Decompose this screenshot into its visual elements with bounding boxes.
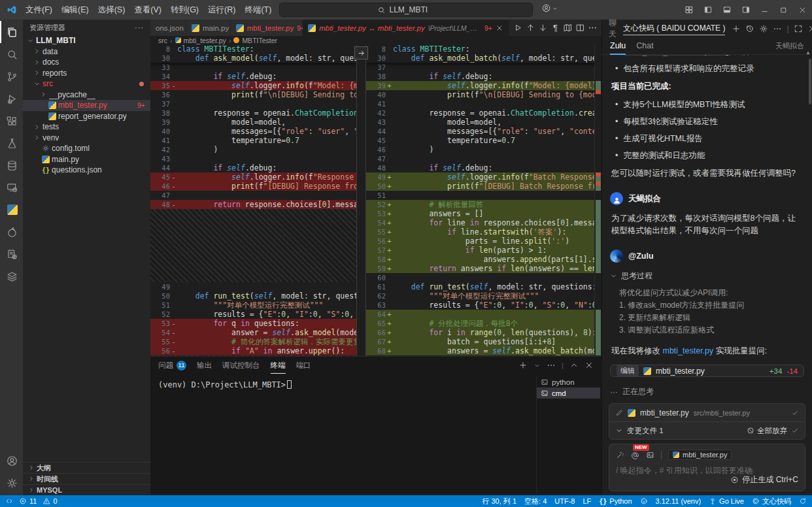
- more-icon[interactable]: [773, 24, 782, 33]
- tree-item-LLM_MBTI[interactable]: LLM_MBTI: [23, 35, 150, 46]
- terminal[interactable]: (venv) D:\Project\LLM_MBTI>: [150, 374, 601, 396]
- search-icon[interactable]: [0, 43, 23, 65]
- command-center-search[interactable]: [279, 3, 533, 17]
- code-line[interactable]: 55- # 简化的答案解析逻辑，实际需要更复杂的: [150, 337, 356, 346]
- plus-icon[interactable]: [518, 361, 528, 370]
- section-大纲[interactable]: 大纲: [23, 462, 150, 473]
- code-line[interactable]: 60: [366, 273, 601, 282]
- close-icon[interactable]: [793, 0, 812, 20]
- minimize-icon[interactable]: [755, 0, 774, 20]
- panel-tab-终端[interactable]: 终端: [271, 357, 286, 374]
- status-item[interactable]: [799, 497, 807, 505]
- terminal-entry-cmd[interactable]: cmd: [537, 387, 600, 399]
- more-icon[interactable]: [587, 23, 598, 33]
- tree-item-src[interactable]: src: [23, 78, 150, 90]
- code-line[interactable]: 38 response = openai.ChatCompletion.crea…: [150, 108, 356, 118]
- chat-input-card[interactable]: NEW mbti_tester.py / 唤起指令，# 引用知识，以回答更准确 …: [609, 444, 805, 491]
- tab-ons.json[interactable]: ons.json: [150, 20, 186, 36]
- stop-generating-button[interactable]: 停止生成 Ctrl+C: [730, 474, 798, 485]
- context-file-chip[interactable]: mbti_tester.py: [668, 450, 732, 460]
- maximize-icon[interactable]: [774, 0, 793, 20]
- diff-original-pane[interactable]: 8class MBTITester:30 def ask_model(self,…: [150, 44, 356, 356]
- menu-item[interactable]: 终端(T): [240, 3, 276, 17]
- status-item-UTF-8[interactable]: UTF-8: [554, 497, 575, 505]
- code-line[interactable]: 33: [150, 63, 356, 72]
- code-line[interactable]: 48 if self.debug:: [366, 163, 601, 172]
- caret-down-icon[interactable]: [533, 362, 541, 369]
- history-icon[interactable]: [745, 24, 754, 33]
- settings-icon[interactable]: [0, 472, 23, 494]
- settings-icon[interactable]: [759, 24, 768, 33]
- code-line[interactable]: 62 """对单个模型运行完整测试""": [366, 291, 601, 301]
- code-line[interactable]: 34 if self.debug:: [150, 72, 356, 81]
- code-line[interactable]: 54+ for line in response.choices[0].mess…: [366, 218, 601, 227]
- terminal-entry-python[interactable]: python: [537, 376, 600, 387]
- panel-tab-调试控制台[interactable]: 调试控制台: [222, 357, 260, 374]
- code-line[interactable]: 37: [366, 63, 601, 72]
- files-icon[interactable]: [0, 21, 23, 43]
- status-item-Python[interactable]: {}Python: [599, 497, 632, 505]
- layout-bottom-icon[interactable]: [717, 0, 736, 20]
- plus-icon[interactable]: [732, 24, 741, 33]
- code-line[interactable]: 63 results = {"E":0, "I":0, "S":0, "N":0…: [366, 301, 601, 310]
- code-line[interactable]: 57+ if len(parts) > 1:: [366, 246, 601, 255]
- extensions-icon[interactable]: [0, 110, 23, 132]
- close-icon[interactable]: [496, 24, 503, 32]
- code-line[interactable]: 48- return response.choices[0].message.c…: [150, 200, 356, 209]
- scroll-up-icon[interactable]: ▲: [805, 50, 811, 56]
- tree-item-questions.json[interactable]: {}questions.json: [23, 165, 150, 176]
- database-icon[interactable]: [0, 154, 23, 176]
- menu-item[interactable]: 选择(S): [93, 3, 130, 17]
- status-item-空格: 4[interactable]: 空格: 4: [524, 497, 547, 506]
- tab-main.py[interactable]: main.py: [186, 20, 231, 36]
- arrow-up-icon[interactable]: [525, 23, 536, 33]
- changes-toggle-label[interactable]: 变更文件 1: [627, 426, 664, 436]
- menu-item[interactable]: 查看(V): [129, 3, 166, 17]
- code-line[interactable]: 38 if self.debug:: [366, 72, 601, 81]
- chat-scrollbar[interactable]: [809, 59, 811, 105]
- diff-arrow-icon[interactable]: [354, 46, 368, 59]
- run-debug-icon[interactable]: [0, 88, 23, 110]
- tree-item-config.toml[interactable]: config.toml: [23, 143, 150, 154]
- orange-icon[interactable]: [0, 221, 23, 243]
- diff-divider[interactable]: [356, 44, 366, 356]
- search-input[interactable]: [390, 5, 435, 14]
- status-item-Go Live[interactable]: Go Live: [709, 497, 744, 505]
- pilcrow-icon[interactable]: ¶: [550, 23, 561, 33]
- menu-item[interactable]: 文件(F): [21, 3, 57, 17]
- split-editor-icon[interactable]: [575, 23, 586, 33]
- code-line[interactable]: 49+ self.logger.info(f"Batch Response fr…: [366, 172, 601, 182]
- code-line[interactable]: 53+ answers = []: [366, 209, 601, 218]
- menu-item[interactable]: 编辑(E): [57, 3, 93, 17]
- account-icon[interactable]: [0, 450, 23, 472]
- comate-tab-Zulu[interactable]: Zulu: [610, 38, 626, 55]
- notebook-icon[interactable]: [0, 243, 23, 265]
- status-item-行 30, 列 1[interactable]: 行 30, 列 1: [482, 497, 516, 506]
- tree-item-tests[interactable]: tests: [23, 122, 150, 133]
- layout-right-icon[interactable]: [736, 0, 755, 20]
- panel-tab-端口[interactable]: 端口: [296, 357, 311, 374]
- code-line[interactable]: 41 temperature=0.7: [150, 136, 356, 145]
- code-line[interactable]: 58+ answers.append(parts[1].strip().: [366, 255, 601, 264]
- chevron-up-icon[interactable]: [569, 361, 579, 370]
- tree-item-__pycache__[interactable]: __pycache__: [23, 90, 150, 101]
- code-line[interactable]: 46- print(f"[DEBUG] Response from {mode: [150, 182, 356, 191]
- edit-file-card[interactable]: 编辑mbti_tester.py+34-14: [610, 365, 804, 377]
- code-line[interactable]: 43 model=model,: [366, 118, 601, 127]
- chevron-down-icon[interactable]: [615, 427, 623, 434]
- breadcrumb-item[interactable]: mbti_tester.py: [184, 37, 226, 44]
- discard-all-button[interactable]: 全部放弃: [747, 426, 787, 436]
- file-link[interactable]: mbti_tester.py: [662, 346, 713, 355]
- code-line[interactable]: 37: [150, 99, 356, 108]
- map-icon[interactable]: [562, 23, 573, 33]
- profile-control[interactable]: [541, 3, 558, 13]
- code-line[interactable]: 44 messages=[{"role": "user", "content":…: [366, 127, 601, 136]
- comate-tab-Chat[interactable]: Chat: [636, 38, 653, 55]
- breadcrumb-item[interactable]: MBTITester: [242, 37, 277, 44]
- code-line[interactable]: 66+ for i in range(0, len(questions), 8)…: [366, 328, 601, 337]
- close-icon[interactable]: [584, 361, 594, 370]
- menu-item[interactable]: 转到(G): [166, 3, 203, 17]
- explorer-more-icon[interactable]: ···: [135, 24, 144, 31]
- python-icon[interactable]: [0, 199, 23, 221]
- tree-item-data[interactable]: data: [23, 46, 150, 57]
